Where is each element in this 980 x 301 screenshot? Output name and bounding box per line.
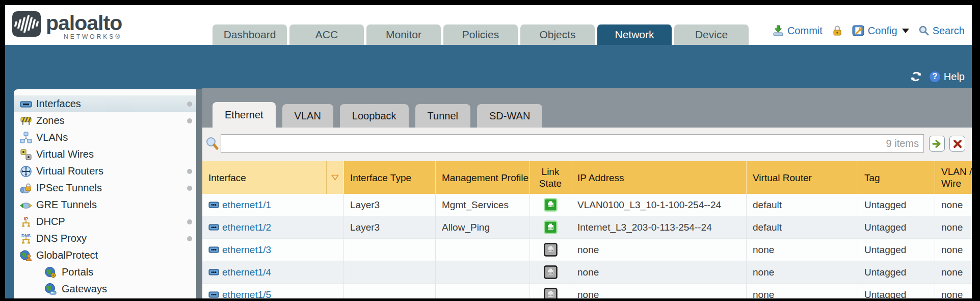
sidebar-item-gateways[interactable]: Gateways [14,281,196,297]
link-down-icon [544,243,558,257]
interface-link[interactable]: ethernet1/4 [208,267,271,278]
column-header-label: Tag [864,172,880,184]
port-link-icon [208,291,219,298]
column-header-ip-address[interactable]: IP Address [571,161,747,194]
sidebar-item-dot [187,236,192,241]
filter-row: 9 items [202,128,972,159]
cell-interface-type [344,239,436,261]
sidebar-item-virtual-wires[interactable]: Virtual Wires [14,146,196,163]
interface-link[interactable]: ethernet1/2 [208,222,271,233]
config-menu[interactable]: Config [852,24,909,37]
table-header-row: InterfaceInterface TypeManagement Profil… [202,161,972,194]
cell-management-profile [436,261,530,283]
ipsec-tunnels-icon [20,182,32,194]
commit-button[interactable]: Commit [772,24,823,37]
nav-tab-device[interactable]: Device [674,24,749,45]
sidebar-item-dhcp[interactable]: IPDHCP [14,213,196,230]
filter-search-icon [205,137,219,150]
cell-interface: ethernet1/3 [202,239,344,261]
column-header-label: Management Profile [442,172,528,184]
primary-nav-tabs: DashboardACCMonitorPoliciesObjectsNetwor… [213,24,749,45]
cell-virtual-router: none [747,239,858,261]
column-header-tag[interactable]: Tag [858,161,935,194]
vlans-icon [20,132,32,144]
tab-vlan[interactable]: VLAN [282,104,333,128]
lock-button[interactable] [832,24,843,37]
sidebar-item-virtual-routers[interactable]: Virtual Routers [14,163,196,180]
sidebar-item-vlans[interactable]: VLANs [14,129,196,146]
sidebar-item-gre-tunnels[interactable]: GRE Tunnels [14,196,196,213]
sidebar-item-dns-proxy[interactable]: DNSDNS Proxy [14,230,196,247]
refresh-icon[interactable] [909,70,923,83]
interface-name: ethernet1/3 [222,244,271,256]
chevron-down-icon [902,29,909,33]
sort-dropdown-button[interactable] [326,161,343,194]
sidebar-item-label: GRE Tunnels [36,199,97,211]
column-header-interface-type[interactable]: Interface Type [344,161,436,194]
top-bar: paloalto NETWORKS® DashboardACCMonitorPo… [5,5,972,45]
apply-filter-button[interactable] [929,136,945,152]
cell-link-state [530,239,571,261]
interface-link[interactable]: ethernet1/1 [208,199,271,211]
cell-tag: Untagged [858,261,935,283]
sidebar-item-label: Interfaces [36,98,81,110]
sidebar-item-partial[interactable] [14,297,196,298]
globalprotect-icon [20,249,32,262]
tab-ethernet[interactable]: Ethernet [213,102,276,128]
nav-tab-acc[interactable]: ACC [289,24,364,45]
help-button[interactable]: ? Help [929,71,965,83]
filter-input[interactable] [221,134,924,153]
sidebar-divider[interactable] [196,89,202,298]
nav-tab-network[interactable]: Network [597,24,672,45]
interfaces-icon [20,98,32,110]
interface-link[interactable]: ethernet1/3 [208,244,271,256]
interface-name: ethernet1/5 [222,289,271,299]
search-label: Search [933,25,965,37]
nav-tab-policies[interactable]: Policies [443,24,518,45]
network-sidebar: InterfacesZonesVLANsVirtual WiresVirtual… [14,89,196,298]
sidebar-item-globalprotect[interactable]: GlobalProtect [14,247,196,264]
config-label: Config [868,25,897,37]
column-header-management-profile[interactable]: Management Profile [436,161,530,194]
nav-tab-dashboard[interactable]: Dashboard [213,24,287,45]
cell-interface-type [344,284,436,298]
sidebar-item-label: Gateways [62,283,107,295]
sidebar-item-ipsec-tunnels[interactable]: IPSec Tunnels [14,180,196,196]
interface-link[interactable]: ethernet1/5 [208,289,271,299]
cell-vlan-virtual-wire: none [935,216,972,238]
column-header-interface[interactable]: Interface [202,161,344,194]
cell-vlan-virtual-wire: none [935,284,972,298]
sidebar-item-label: Virtual Wires [36,148,94,160]
table-row[interactable]: ethernet1/4nonenoneUntaggednone [202,261,972,284]
table-row[interactable]: ethernet1/3nonenoneUntaggednone [202,239,972,261]
cell-ip-address: none [571,261,747,283]
search-button[interactable]: Search [918,25,965,37]
tab-sd-wan[interactable]: SD-WAN [477,104,542,128]
column-header-vlan-virtual-wire[interactable]: VLAN / Virtual Wire [935,161,972,194]
nav-tab-objects[interactable]: Objects [520,24,595,45]
sidebar-item-portals[interactable]: Portals [14,264,196,281]
tab-tunnel[interactable]: Tunnel [415,104,470,128]
column-header-virtual-router[interactable]: Virtual Router [747,161,858,194]
column-header-link-state[interactable]: Link State [530,161,571,194]
top-utilities: Commit Config [772,24,965,37]
table-row[interactable]: ethernet1/5nonenoneUntaggednone [202,284,972,298]
sidebar-item-interfaces[interactable]: Interfaces [14,95,196,112]
interface-type-tabs: EthernetVLANLoopbackTunnelSD-WAN [213,102,542,128]
tab-loopback[interactable]: Loopback [340,104,409,128]
table-row[interactable]: ethernet1/1Layer3Mgmt_ServicesVLAN0100_L… [202,194,972,216]
virtual-wires-icon [20,148,32,161]
config-icon [852,24,865,37]
help-label: Help [944,71,965,83]
help-icon: ? [929,71,941,83]
cell-interface-type [344,261,436,283]
clear-filter-button[interactable] [949,136,965,152]
gateways-icon [44,283,57,295]
sort-icon [331,174,339,181]
table-row[interactable]: ethernet1/2Layer3Allow_PingInternet_L3_2… [202,216,972,239]
cell-vlan-virtual-wire: none [935,194,972,216]
sidebar-item-zones[interactable]: Zones [14,112,196,129]
nav-tab-monitor[interactable]: Monitor [366,24,441,45]
commit-label: Commit [787,25,823,37]
cell-tag: Untagged [858,194,935,216]
